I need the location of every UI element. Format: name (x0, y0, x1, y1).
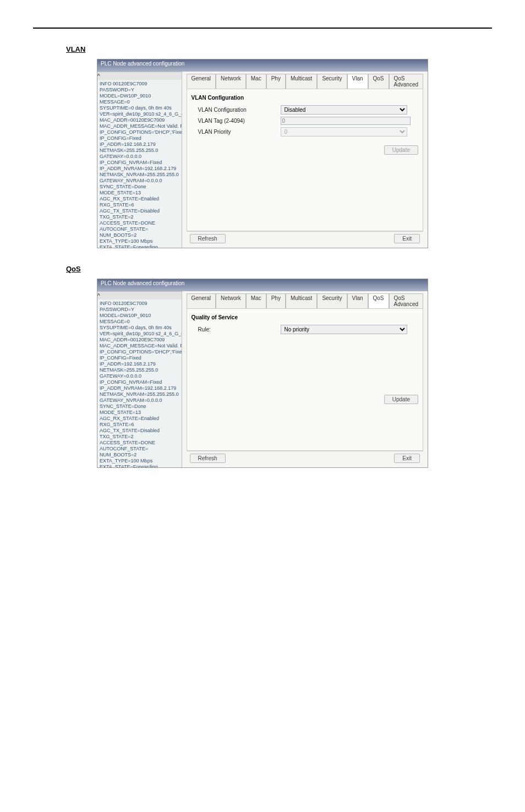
vlan-config-label: VLAN Configuration (192, 107, 281, 113)
update-button[interactable]: Update (384, 395, 418, 404)
group-title: VLAN Configuration (192, 95, 418, 101)
tab-general[interactable]: General (187, 293, 216, 308)
vlan-panel: VLAN Configuration VLAN Configuration Di… (187, 89, 423, 231)
tab-multicast[interactable]: Multicast (286, 293, 317, 308)
info-panel: ^ INFO 00120E9C7009 PASSWORD=Y MODEL=DW1… (97, 72, 182, 248)
tab-security[interactable]: Security (317, 74, 347, 89)
group-title: Quality of Service (192, 314, 418, 320)
tab-strip: General Network Mac Phy Multicast Securi… (187, 293, 423, 308)
qos-rule-select[interactable]: No priority (281, 325, 407, 334)
tab-network[interactable]: Network (216, 293, 246, 308)
qos-rule-label: Rule: (192, 326, 281, 333)
scroll-up-icon[interactable]: ^ (97, 291, 182, 299)
vlan-config-select[interactable]: Disabled (281, 105, 407, 115)
tab-vlan[interactable]: Vlan (347, 293, 368, 308)
tab-qos[interactable]: QoS (368, 293, 389, 308)
exit-button[interactable]: Exit (394, 454, 420, 463)
tab-qos[interactable]: QoS (368, 74, 389, 89)
vlan-priority-label: VLAN Priority (192, 129, 281, 135)
info-text: INFO 00120E9C7009 PASSWORD=Y MODEL=DW10P… (97, 299, 182, 467)
tab-qos-advanced[interactable]: QoS Advanced (389, 74, 423, 89)
vlan-tag-label: VLAN Tag (2-4094) (192, 118, 281, 124)
tab-security[interactable]: Security (317, 293, 347, 308)
qos-panel: Quality of Service Rule: No priority Upd… (187, 308, 423, 451)
scroll-up-icon[interactable]: ^ (97, 72, 182, 80)
tab-mac[interactable]: Mac (246, 74, 266, 89)
vlan-tag-input (281, 117, 411, 125)
tab-general[interactable]: General (187, 74, 216, 89)
window-vlan: PLC Node advanced configuration ^ INFO 0… (97, 59, 428, 248)
vlan-priority-select: 0 (281, 127, 407, 137)
refresh-button[interactable]: Refresh (190, 454, 226, 463)
tab-multicast[interactable]: Multicast (286, 74, 317, 89)
tab-phy[interactable]: Phy (266, 293, 286, 308)
tab-mac[interactable]: Mac (246, 293, 266, 308)
window-title: PLC Node advanced configuration (97, 279, 428, 291)
tab-vlan[interactable]: Vlan (347, 74, 368, 89)
info-text: INFO 00120E9C7009 PASSWORD=Y MODEL=DW10P… (97, 80, 182, 248)
window-title: PLC Node advanced configuration (97, 59, 428, 72)
tab-network[interactable]: Network (216, 74, 246, 89)
tab-phy[interactable]: Phy (266, 74, 286, 89)
tab-qos-advanced[interactable]: QoS Advanced (389, 293, 423, 308)
section-heading-vlan: VLAN (66, 45, 492, 53)
section-heading-qos: QoS (66, 265, 492, 273)
info-panel: ^ INFO 00120E9C7009 PASSWORD=Y MODEL=DW1… (97, 291, 182, 467)
window-qos: PLC Node advanced configuration ^ INFO 0… (97, 279, 428, 468)
exit-button[interactable]: Exit (394, 234, 420, 243)
update-button[interactable]: Update (384, 145, 418, 155)
tab-strip: General Network Mac Phy Multicast Securi… (187, 74, 423, 89)
refresh-button[interactable]: Refresh (190, 234, 226, 243)
